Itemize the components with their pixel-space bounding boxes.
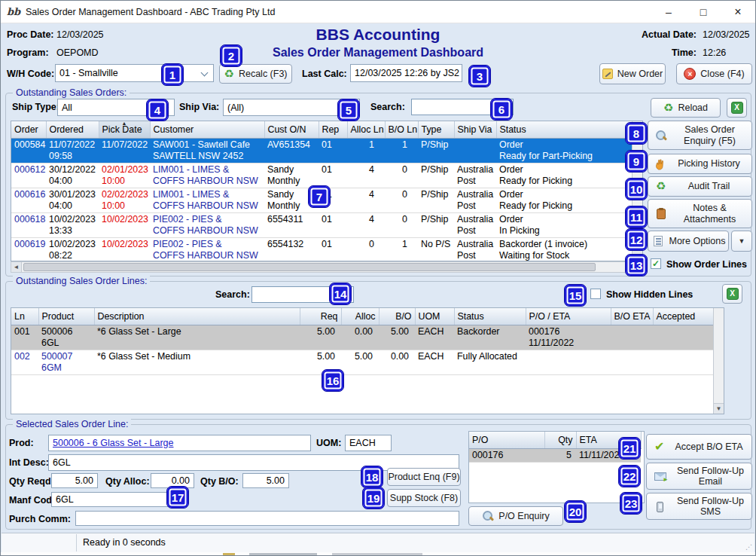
product-enq-button[interactable]: Product Enq (F9)	[387, 468, 461, 486]
order-cell: 6554132	[264, 237, 319, 262]
po-column-header[interactable]: P/O	[469, 432, 544, 448]
ship-type-select[interactable]: All	[57, 99, 175, 116]
order-line-cell: 5.00	[300, 350, 341, 374]
lines-header-row: LnProductDescriptionReqAllocB/OUOMStatus…	[11, 308, 713, 325]
lines-column-header[interactable]: UOM	[415, 308, 454, 325]
show-hidden-lines-checkbox[interactable]	[590, 289, 601, 299]
reload-button[interactable]: ♻ Reload	[651, 98, 721, 118]
orders-column-header[interactable]: Pick Date	[99, 121, 150, 138]
wh-code-select[interactable]: 01 - Smallville	[55, 64, 214, 82]
audit-trail-button[interactable]: ♻ Audit Trail	[648, 176, 752, 197]
order-row[interactable]: 00061230/12/202204:0002/01/202310:00LIM0…	[11, 163, 632, 188]
scrollbar-thumb[interactable]	[23, 263, 596, 271]
uom-value: EACH	[349, 438, 376, 448]
lines-column-header[interactable]: Accepted	[653, 308, 713, 325]
close-window-button[interactable]: ×	[721, 1, 755, 23]
order-cell: 1	[385, 138, 418, 163]
close-button[interactable]: × Close (F4)	[676, 63, 752, 84]
send-followup-email-button[interactable]: Send Follow-Up Email	[646, 463, 752, 490]
recycle-icon: ♻	[224, 69, 233, 80]
lines-search-input[interactable]	[251, 286, 354, 303]
chevron-down-icon: ▼	[739, 237, 745, 245]
resize-grip[interactable]: ⋰	[745, 543, 753, 551]
orders-column-header[interactable]: Status	[496, 121, 632, 138]
accept-bo-eta-button[interactable]: ✔ Accept B/O ETA	[646, 434, 752, 460]
more-options-dropdown-button[interactable]: ▼	[731, 231, 752, 252]
maximize-button[interactable]: □	[686, 1, 721, 23]
lines-column-header[interactable]: Alloc	[341, 308, 379, 325]
lines-column-header[interactable]: Req	[300, 308, 341, 325]
email-icon	[654, 472, 666, 481]
lines-legend: Outstanding Sales Order Lines:	[13, 276, 150, 286]
lines-column-header[interactable]: Ln	[11, 308, 38, 325]
orders-column-header[interactable]: Cust O/N	[264, 121, 319, 138]
orders-export-excel-button[interactable]: X	[727, 98, 747, 118]
lines-column-header[interactable]: P/O / ETA	[526, 308, 611, 325]
qty-bo-label: Qty B/O:	[200, 476, 239, 487]
show-order-lines-checkbox[interactable]: ✓	[651, 258, 661, 269]
lines-group: Outstanding Sales Order Lines: Search: S…	[5, 281, 751, 420]
orders-vertical-scrollbar[interactable]: ▼	[632, 121, 642, 261]
lines-column-header[interactable]: Status	[454, 308, 526, 325]
orders-column-header[interactable]: Type	[418, 121, 454, 138]
lines-column-header[interactable]: B/O ETA	[611, 308, 653, 325]
po-header-row: P/OQtyETA	[469, 432, 641, 448]
recycle-icon: ♻	[663, 102, 673, 114]
orders-column-header[interactable]: B/O Ln	[385, 121, 418, 138]
lines-column-header[interactable]: Product	[38, 308, 94, 325]
orders-column-header[interactable]: Ship Via	[454, 121, 496, 138]
send-followup-sms-button[interactable]: Send Follow-Up SMS	[646, 493, 752, 520]
notes-attachments-button[interactable]: Notes & Attachments	[648, 199, 752, 228]
po-column-header[interactable]: Qty	[544, 432, 576, 448]
ship-type-value: All	[62, 102, 72, 113]
po-column-header[interactable]: ETA	[576, 432, 641, 448]
order-cell: PIE002 - PIES &COFFS HARBOUR NSW	[150, 212, 264, 237]
order-line-row[interactable]: 0015000066GL*6 Glass Set - Large5.000.00…	[11, 325, 713, 350]
scroll-down-arrow-icon[interactable]: ▼	[714, 403, 724, 414]
order-line-cell: 5.00	[300, 325, 341, 350]
orders-column-header[interactable]: Order	[11, 121, 46, 138]
orders-horizontal-scrollbar[interactable]: ◄ ►	[11, 261, 643, 273]
ship-via-value: (All)	[227, 102, 244, 113]
ship-via-select[interactable]: (All)	[223, 99, 360, 116]
supp-stock-button[interactable]: Supp Stock (F8)	[387, 489, 461, 507]
picking-history-button[interactable]: Picking History	[648, 154, 752, 174]
orders-column-header[interactable]: Alloc Ln	[347, 121, 385, 138]
new-note-icon	[602, 69, 613, 79]
orders-column-header[interactable]: Customer	[150, 121, 264, 138]
po-row[interactable]: 000176511/11/2022	[469, 448, 641, 462]
orders-column-header[interactable]: Rep	[319, 121, 347, 138]
notes-attachments-label: Notes & Attachments	[675, 203, 745, 225]
po-enquiry-button[interactable]: P/O Enquiry	[468, 506, 563, 526]
order-row[interactable]: 00061630/01/202304:0002/02/202310:00LIM0…	[11, 188, 632, 212]
scroll-down-arrow-icon[interactable]: ▼	[633, 250, 642, 261]
lines-vertical-scrollbar[interactable]: ▼	[713, 308, 724, 414]
new-order-button[interactable]: New Order	[599, 63, 666, 84]
order-row[interactable]: 00061910/02/202308:2210/02/2023PIE002 - …	[11, 237, 632, 262]
phone-icon	[657, 502, 663, 512]
lines-export-excel-button[interactable]: X	[722, 284, 742, 304]
order-cell: 01	[319, 138, 347, 163]
order-line-cell: 5.00	[379, 325, 415, 350]
lines-column-header[interactable]: B/O	[379, 308, 415, 325]
minimize-button[interactable]: –	[651, 1, 686, 23]
order-cell: SAW001 - Sawtell CafeSAWTELL NSW 2452	[150, 138, 264, 163]
order-line-cell: 5.00	[341, 350, 379, 374]
wh-code-value: 01 - Smallville	[59, 68, 118, 78]
window-title: Sales Order Management Dashboard - ABC T…	[26, 7, 275, 17]
scroll-right-arrow-icon[interactable]: ►	[632, 262, 642, 272]
order-row[interactable]: 00058411/07/202209:5811/07/2022SAW001 - …	[11, 138, 632, 163]
lines-column-header[interactable]: Description	[94, 308, 300, 325]
more-options-button[interactable]: More Options	[648, 231, 729, 252]
orders-column-header[interactable]: Ordered	[46, 121, 99, 138]
orders-search-input[interactable]	[411, 99, 514, 115]
order-row[interactable]: 00061810/02/202313:3310/02/2023PIE002 - …	[11, 212, 632, 237]
order-line-row[interactable]: 0025000076GM*6 Glass Set - Medium5.005.0…	[11, 350, 713, 374]
po-cell: 11/11/2022	[576, 448, 641, 462]
order-cell: PIE002 - PIES &COFFS HARBOUR NSW	[150, 237, 264, 262]
recalc-button[interactable]: ♻ Recalc (F3)	[219, 64, 292, 84]
orders-group: Outstanding Sales Orders: Ship Type: All…	[5, 93, 751, 276]
sales-order-enquiry-button[interactable]: Sales Order Enquiry (F5)	[648, 121, 752, 150]
scroll-left-arrow-icon[interactable]: ◄	[11, 262, 22, 272]
prod-link[interactable]: 500006 - 6 Glass Set - Large	[53, 438, 174, 448]
